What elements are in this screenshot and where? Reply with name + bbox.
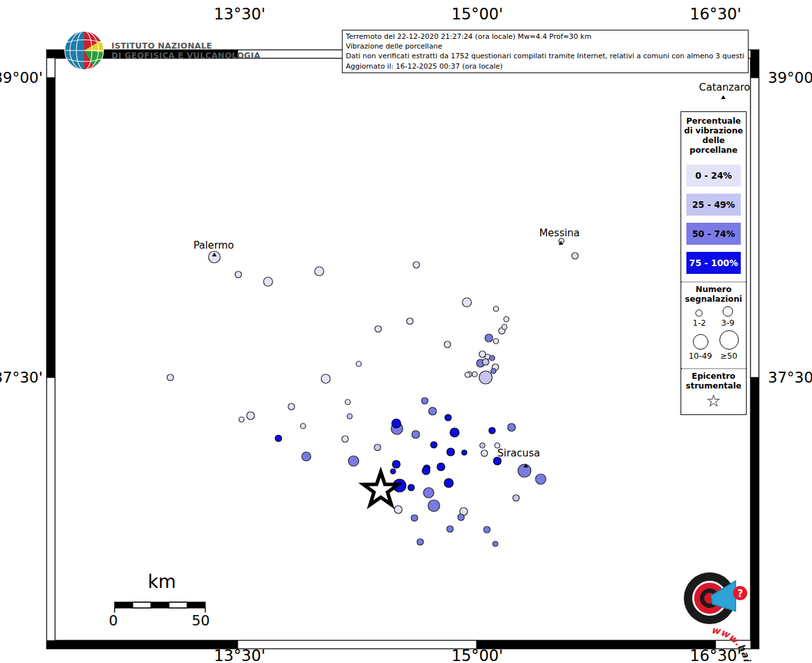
ingv-wordmark: ISTITUTO NAZIONALE DI GEOFISICA E VULCAN…: [111, 41, 260, 60]
felt-report-circle: [423, 488, 434, 498]
felt-report-circle: [485, 334, 493, 342]
axis-label: 16°30': [690, 647, 741, 663]
felt-report-circle: [479, 371, 492, 384]
felt-report-circle: [447, 526, 453, 532]
city-label-messina: Messina: [539, 227, 580, 239]
felt-report-circle: [422, 467, 430, 475]
event-data-note: Dati non verificati estratti da 1752 que…: [346, 51, 745, 61]
felt-report-circle: [482, 359, 489, 365]
city-label-catanzaro: Catanzaro: [699, 82, 750, 93]
ingv-line2: DI GEOFISICA E VULCANOLOGIA: [111, 51, 260, 60]
ingv-globe-icon: [63, 30, 105, 71]
felt-report-circle: [417, 539, 423, 545]
felt-report-circle: [315, 267, 324, 276]
felt-report-circle: [235, 271, 242, 278]
map-frame: [47, 50, 759, 649]
felt-report-circle: [275, 435, 282, 442]
felt-report-circle: [437, 463, 445, 471]
felt-report-circle: [412, 431, 420, 438]
axis-label: 15°00': [451, 5, 503, 23]
legend-swatch-25-49: 25 - 49%: [686, 194, 741, 216]
felt-report-circle: [428, 500, 440, 511]
count-circle-3-9: [723, 306, 733, 317]
count-label-1-2: 1-2: [693, 318, 706, 328]
scalebar-unit: km: [130, 571, 194, 592]
scalebar-start: 0: [109, 612, 118, 629]
felt-report-circle: [489, 427, 495, 434]
felt-report-circle: [356, 361, 361, 366]
count-circle-1-2: [695, 309, 703, 317]
legend-epicenter-title: Epicentro strumentale: [681, 369, 746, 390]
axis-label: 39°00': [768, 69, 812, 86]
legend-swatch-0-24: 0 - 24%: [686, 164, 741, 186]
event-title: Terremoto del 22-12-2020 21:27:24 (ora l…: [346, 32, 745, 41]
felt-report-circle: [247, 412, 254, 420]
felt-report-circle: [444, 341, 451, 348]
felt-report-circle: [536, 474, 546, 484]
felt-report-circle: [513, 495, 519, 501]
felt-report-circle: [300, 423, 306, 429]
axis-label: 13°30': [214, 5, 265, 23]
felt-report-circle: [490, 355, 495, 361]
felt-report-circle: [493, 541, 498, 546]
felt-report-circle: [445, 414, 451, 421]
legend-panel: Percentuale di vibrazione delle porcella…: [681, 111, 747, 415]
felt-report-circle: [493, 339, 499, 344]
axis-label: 39°00': [0, 69, 43, 86]
legend-count-row-1: 1-2 3-9: [681, 304, 746, 328]
count-label-10-49: 10-49: [688, 351, 712, 361]
legend-swatch-50-74: 50 - 74%: [686, 223, 741, 245]
felt-report-circle: [484, 526, 490, 533]
felt-report-circle: [450, 428, 459, 437]
count-circle-10-49: [693, 334, 708, 350]
event-effect: Vibrazione delle porcellane: [346, 41, 745, 51]
felt-report-circle: [413, 262, 420, 268]
event-updated: Aggiornato il: 16-12-2025 00:37 (ora loc…: [346, 62, 745, 71]
legend-title: Percentuale di vibrazione delle porcella…: [681, 112, 746, 157]
legend-counts-title: Numero segnalazioni: [681, 282, 746, 304]
legend-swatch-75-100: 75 - 100%: [686, 252, 741, 274]
felt-report-circle: [302, 452, 311, 461]
axis-label: 15°00': [451, 647, 503, 663]
logo-question-mark: ?: [738, 588, 743, 600]
felt-report-circle: [407, 318, 413, 324]
felt-report-circle: [411, 515, 418, 521]
axis-label: 37°30': [768, 369, 812, 386]
axis-label: 13°30': [214, 647, 265, 663]
felt-report-circle: [347, 414, 352, 419]
city-label-palermo: Palermo: [194, 240, 234, 251]
scalebar-end: 50: [192, 612, 210, 629]
felt-report-circle: [502, 324, 507, 330]
felt-report-circle: [447, 448, 455, 456]
felt-report-circle: [239, 417, 244, 422]
felt-report-circle: [288, 403, 295, 410]
felt-report-circle: [480, 443, 485, 448]
felt-report-circle: [321, 374, 330, 383]
felt-report-circle: [465, 372, 470, 377]
felt-report-circle: [481, 450, 488, 456]
axis-label: 16°30': [690, 5, 741, 23]
felt-report-circle: [408, 484, 414, 491]
felt-report-circle: [342, 436, 348, 442]
city-label-siracusa: Siracusa: [497, 447, 540, 459]
felt-report-circle: [472, 372, 477, 377]
macroseismic-map-page: PalermoMessinaCatanzaroSiracusa 13°30'15…: [0, 0, 812, 663]
count-circle-50plus: [719, 330, 739, 350]
felt-report-circle: [392, 460, 400, 468]
legend-epicenter-star-icon: ☆: [681, 390, 746, 410]
felt-report-circle: [504, 317, 509, 322]
legend-count-row-2: 10-49 ≥50: [681, 328, 746, 361]
felt-report-circle: [422, 398, 428, 404]
felt-report-circle: [429, 407, 436, 415]
felt-report-circle: [491, 368, 496, 374]
felt-report-circle: [444, 478, 453, 488]
felt-report-circle: [345, 399, 350, 405]
felt-report-circle: [508, 423, 515, 431]
felt-report-circle: [394, 506, 402, 513]
felt-report-circle: [264, 277, 273, 286]
ingv-logo: ISTITUTO NAZIONALE DI GEOFISICA E VULCAN…: [63, 30, 260, 71]
felt-report-circle: [374, 444, 381, 451]
ingv-line1: ISTITUTO NAZIONALE: [111, 41, 260, 51]
felt-report-circle: [572, 253, 578, 259]
felt-report-circle: [493, 306, 499, 311]
